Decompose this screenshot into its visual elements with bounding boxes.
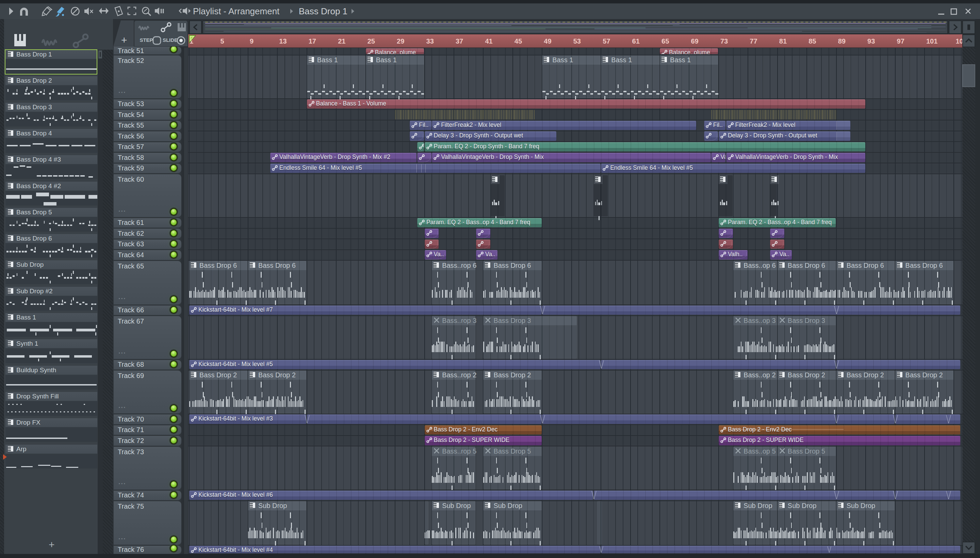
svg-text:SLIDE: SLIDE	[163, 37, 177, 43]
svg-text:STEP: STEP	[140, 37, 153, 43]
